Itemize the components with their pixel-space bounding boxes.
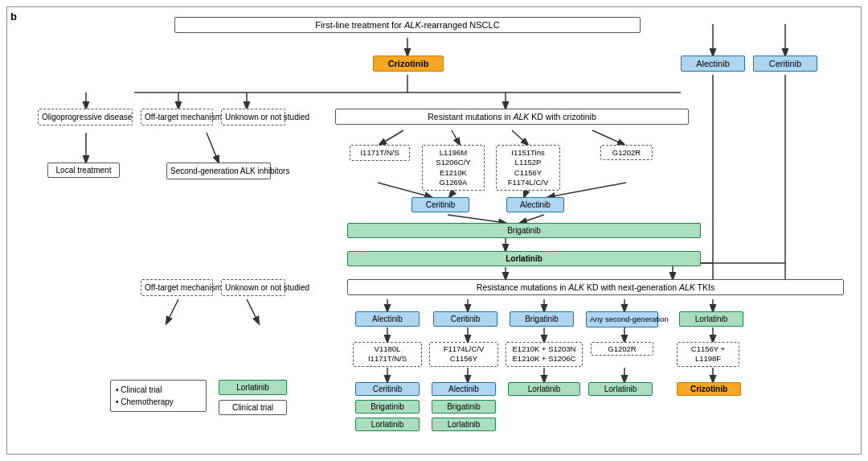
mut1-box: I1171T/N/S — [350, 145, 410, 161]
svg-line-22 — [520, 215, 544, 223]
local-treatment-box: Local treatment — [47, 163, 120, 178]
title-box: First-line treatment for ALK-rearranged … — [174, 17, 641, 33]
off-target-1-box: Off-target mechanisms — [141, 109, 213, 126]
ceritinib-top-box: Ceritinib — [753, 56, 817, 72]
mut-ng4-box: G1202R — [591, 342, 653, 356]
svg-line-14 — [452, 130, 460, 145]
ceritinib-mid-box: Ceritinib — [411, 197, 469, 212]
oligoprogressive-box: Oligoprogressive disease — [38, 109, 133, 126]
brigatinib-bot2-box: Brigatinib — [432, 400, 496, 414]
ceritinib-bot-box: Ceritinib — [355, 382, 420, 396]
mut4-box: G1202R — [600, 145, 653, 160]
svg-line-15 — [512, 130, 528, 145]
svg-line-12 — [207, 133, 219, 163]
alectinib-ng-box: Alectinib — [355, 311, 420, 327]
lorlatinib-bot4-box: Lorlatinib — [588, 382, 653, 396]
mut3-box: I1151TinsL1152PC1156YF1174L/C/V — [496, 145, 560, 191]
mut-ng3-box: E1210K + S1203NE1210K + S1206C — [506, 342, 583, 367]
svg-line-16 — [592, 130, 624, 145]
unknown-1-box: Unknown or not studied — [221, 109, 285, 126]
mut-ng1-box: V1180LI1171T/N/S — [353, 342, 422, 367]
lorlatinib-mid-box: Lorlatinib — [347, 251, 701, 266]
svg-line-21 — [448, 215, 506, 223]
clinical-trial-chemo-box: • Clinical trial• Chemotherapy — [110, 380, 207, 412]
ceritinib-ng-box: Ceritinib — [433, 311, 497, 327]
clinical-trial-left-box: Clinical trial — [219, 400, 287, 415]
brigatinib-bot1-box: Brigatinib — [355, 400, 420, 414]
alectinib-bot-box: Alectinib — [432, 382, 496, 396]
svg-line-13 — [379, 130, 403, 145]
alectinib-top-box: Alectinib — [681, 56, 745, 72]
unknown-2-box: Unknown or not studied — [221, 279, 285, 296]
mut-ng5-box: C1156Y +L1198F — [677, 342, 739, 367]
resistant-mutations-box: Resistant mutations in ALK KD with crizo… — [335, 109, 689, 125]
mut-ng2-box: F1174L/C/VC1156Y — [429, 342, 498, 367]
second-gen-box: Second-generation ALK inhibitors — [166, 163, 271, 179]
alectinib-mid-box: Alectinib — [506, 197, 564, 212]
crizotinib-box: Crizotinib — [373, 56, 444, 72]
mut2-box: L1196MS1206C/YE1210KG1269A — [422, 145, 485, 191]
resistance-next-gen-box: Resistance mutations in ALK KD with next… — [347, 279, 844, 295]
svg-line-29 — [247, 299, 259, 323]
lorlatinib-left-box: Lorlatinib — [219, 380, 287, 395]
lorlatinib-bot3-box: Lorlatinib — [508, 382, 580, 396]
diagram: First-line treatment for ALK-rearranged … — [14, 14, 854, 448]
crizotinib-bot-box: Crizotinib — [677, 382, 741, 396]
brigatinib-ng-box: Brigatinib — [510, 311, 574, 327]
any-second-gen-box: Any second-generation — [586, 311, 658, 327]
svg-line-28 — [166, 299, 178, 323]
lorlatinib-ng-box: Lorlatinib — [679, 311, 743, 327]
lorlatinib-bot1-box: Lorlatinib — [355, 418, 420, 431]
outer-container: b — [6, 6, 862, 455]
lorlatinib-bot2-box: Lorlatinib — [432, 418, 496, 431]
brigatinib-mid-box: Brigatinib — [347, 223, 701, 238]
off-target-2-box: Off-target mechanisms — [141, 279, 213, 296]
